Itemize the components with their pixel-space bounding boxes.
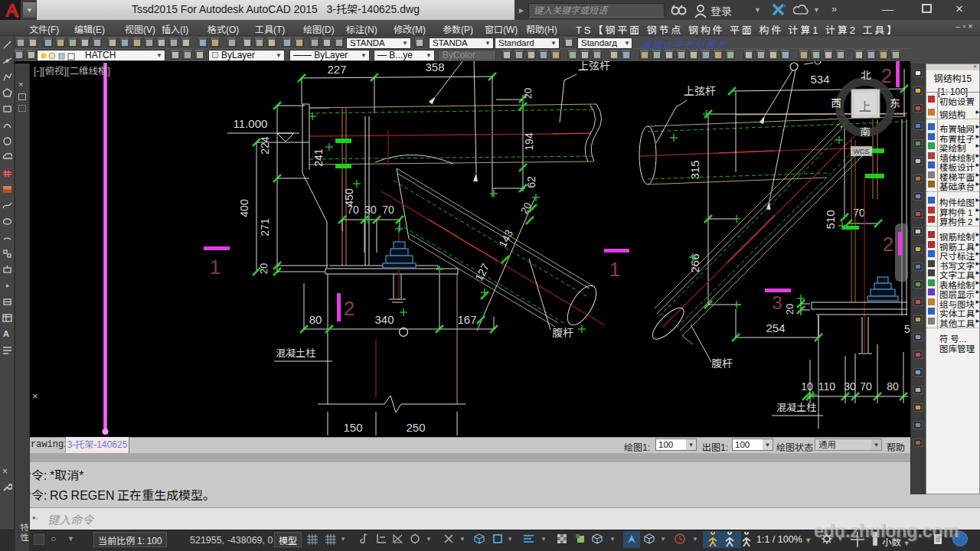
svg-text:70: 70 [347, 204, 359, 216]
svg-text:南: 南 [860, 126, 871, 138]
svg-text:腹杆: 腹杆 [711, 357, 733, 370]
svg-text:20: 20 [522, 88, 534, 99]
svg-text:271: 271 [259, 218, 271, 236]
svg-text:1: 1 [210, 256, 220, 279]
svg-text:70: 70 [382, 204, 394, 216]
svg-text:西: 西 [831, 98, 841, 109]
svg-text:400: 400 [238, 199, 250, 217]
svg-text:150: 150 [343, 421, 362, 434]
svg-text:534: 534 [810, 73, 829, 86]
svg-text:上弦杆: 上弦杆 [684, 85, 716, 97]
svg-text:80: 80 [309, 313, 322, 326]
svg-text:143: 143 [496, 227, 515, 249]
svg-text:127: 127 [472, 261, 492, 282]
svg-text:东: 东 [890, 98, 900, 109]
svg-text:241: 241 [312, 148, 325, 167]
svg-text:WCS: WCS [854, 148, 870, 155]
svg-text:1: 1 [609, 258, 620, 281]
svg-text:80: 80 [887, 380, 899, 393]
svg-text:340: 340 [374, 313, 394, 326]
svg-text:10: 10 [801, 380, 813, 393]
svg-text:混凝土柱: 混凝土柱 [276, 347, 315, 359]
svg-text:11.000: 11.000 [234, 117, 268, 130]
svg-text:2: 2 [883, 233, 893, 256]
svg-text:194: 194 [523, 132, 535, 151]
svg-text:20: 20 [784, 304, 795, 315]
svg-text:30: 30 [844, 380, 856, 393]
svg-text:上: 上 [859, 100, 871, 113]
svg-text:62: 62 [525, 176, 537, 188]
svg-text:167: 167 [457, 313, 476, 326]
svg-text:227: 227 [327, 63, 346, 76]
svg-text:2: 2 [344, 297, 354, 320]
svg-text:20: 20 [518, 201, 534, 216]
svg-text:腹杆: 腹杆 [552, 327, 573, 339]
svg-text:358: 358 [425, 60, 444, 73]
svg-text:混凝土柱: 混凝土柱 [776, 402, 816, 413]
svg-text:上弦杆: 上弦杆 [578, 60, 610, 72]
svg-text:5: 5 [904, 323, 910, 335]
svg-text:315: 315 [688, 160, 701, 179]
svg-text:254: 254 [766, 321, 785, 334]
svg-text:北: 北 [861, 70, 871, 81]
svg-text:30: 30 [364, 204, 377, 216]
svg-text:510: 510 [824, 210, 837, 229]
svg-text:110: 110 [818, 380, 836, 393]
svg-text:70: 70 [860, 380, 872, 393]
svg-text:250: 250 [406, 421, 425, 434]
svg-text:3: 3 [772, 292, 782, 313]
